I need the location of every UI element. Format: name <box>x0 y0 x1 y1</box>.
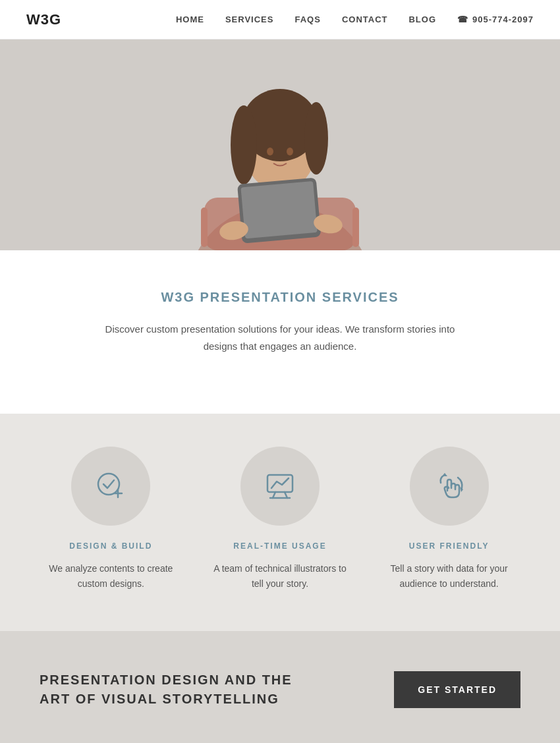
hero-section <box>0 40 560 250</box>
svg-point-9 <box>287 148 293 155</box>
services-title: W3G PRESENTATION SERVICES <box>26 290 534 305</box>
design-build-icon-circle <box>71 447 150 526</box>
user-friendly-icon-circle <box>410 447 489 526</box>
nav-contact[interactable]: CONTACT <box>342 14 388 24</box>
svg-rect-12 <box>352 207 359 247</box>
cta-section: PRESENTATION DESIGN AND THE ART OF VISUA… <box>0 631 560 743</box>
svg-rect-11 <box>201 207 208 247</box>
services-section: W3G PRESENTATION SERVICES Discover custo… <box>0 250 560 414</box>
services-description: Discover custom presentation solutions f… <box>102 321 458 354</box>
hero-image <box>0 40 560 250</box>
realtime-usage-desc: A team of technical illustrators to tell… <box>208 561 352 592</box>
user-friendly-desc: Tell a story with data for your audience… <box>377 561 522 592</box>
svg-point-6 <box>231 105 257 184</box>
user-friendly-title: USER FRIENDLY <box>409 541 490 551</box>
nav-home[interactable]: HOME <box>176 14 204 24</box>
chart-monitor-icon <box>264 470 296 503</box>
feature-realtime-usage: REAL-TIME USAGE A team of technical illu… <box>208 447 352 592</box>
features-section: DESIGN & BUILD We analyze contents to cr… <box>0 414 560 631</box>
header: W3G HOME SERVICES FAQS CONTACT BLOG ☎ 90… <box>0 0 560 40</box>
phone-icon: ☎ <box>457 14 468 24</box>
main-nav: HOME SERVICES FAQS CONTACT BLOG ☎ 905-77… <box>176 14 534 24</box>
nav-faqs[interactable]: FAQS <box>294 14 320 24</box>
nav-services[interactable]: SERVICES <box>225 14 274 24</box>
phone-number: 905-774-2097 <box>472 14 534 24</box>
design-build-desc: We analyze contents to create custom des… <box>38 561 183 592</box>
nav-blog[interactable]: BLOG <box>408 14 436 24</box>
svg-point-7 <box>304 102 328 175</box>
feature-user-friendly: USER FRIENDLY Tell a story with data for… <box>377 447 522 592</box>
design-build-title: DESIGN & BUILD <box>69 541 152 551</box>
svg-line-22 <box>285 492 287 498</box>
checkmark-plus-icon <box>94 470 127 503</box>
cta-text: PRESENTATION DESIGN AND THE ART OF VISUA… <box>40 671 303 709</box>
realtime-usage-title: REAL-TIME USAGE <box>233 541 326 551</box>
svg-point-17 <box>98 474 119 495</box>
svg-rect-14 <box>240 181 317 238</box>
svg-point-8 <box>267 148 273 155</box>
get-started-button[interactable]: GET STARTED <box>394 671 520 708</box>
feature-design-build: DESIGN & BUILD We analyze contents to cr… <box>38 447 183 592</box>
svg-marker-24 <box>442 473 447 476</box>
touch-refresh-icon <box>433 470 466 503</box>
logo: W3G <box>26 11 61 28</box>
realtime-usage-icon-circle <box>240 447 320 526</box>
phone-link[interactable]: ☎ 905-774-2097 <box>457 14 534 24</box>
svg-line-21 <box>273 492 275 498</box>
